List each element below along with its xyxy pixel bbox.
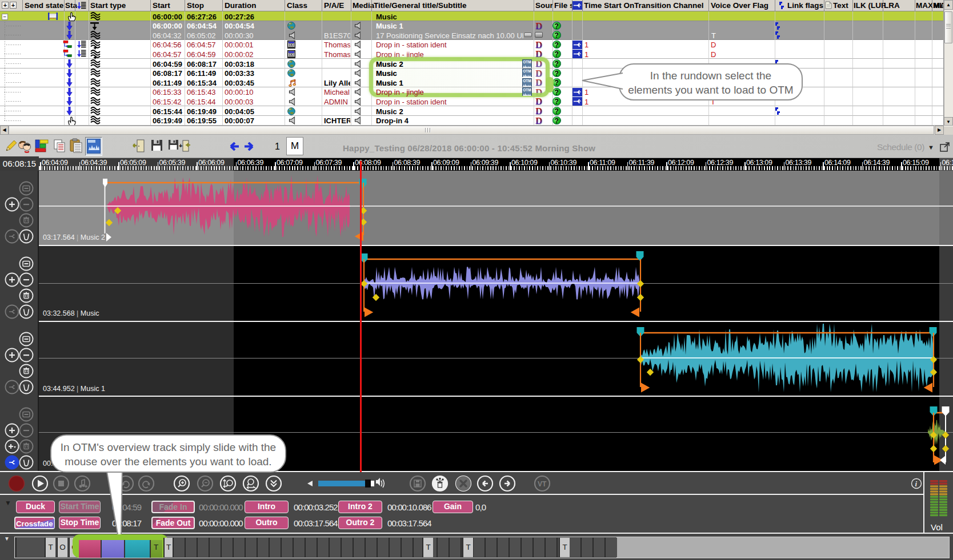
svg-text:Crossfade: Crossfade (16, 519, 53, 528)
svg-text:i: i (915, 480, 918, 488)
svg-text:VT: VT (538, 480, 547, 488)
